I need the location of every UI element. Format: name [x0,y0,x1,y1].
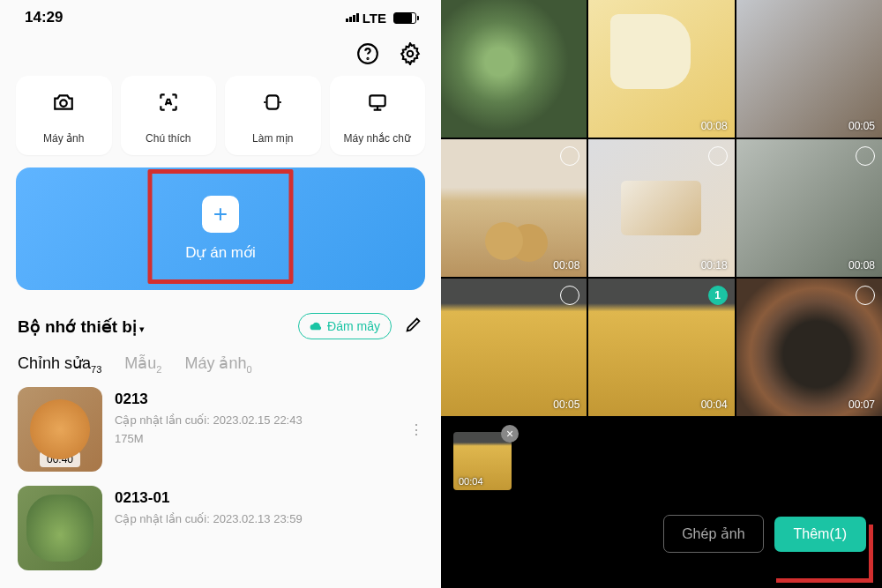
gallery-item[interactable]: 00:08 [588,0,734,138]
cloud-label: Đám mây [327,319,380,333]
select-circle[interactable] [856,146,875,166]
bottom-actions: Ghép ảnh Thêm(1) [441,490,882,569]
gallery-item[interactable]: 00:04 [441,0,587,138]
tab-edit[interactable]: Chỉnh sửa73 [18,354,101,375]
tool-label: Chú thích [146,132,191,145]
tool-smooth[interactable]: Làm mịn [225,76,321,155]
collage-button[interactable]: Ghép ảnh [663,515,763,553]
section-title: Bộ nhớ thiết bị [18,317,137,336]
gallery-item[interactable]: 00:07 [736,279,882,416]
clip-duration: 00:08 [701,120,728,132]
tool-row: Máy ảnh Chú thích Làm mịn Máy nhắc chữ [0,74,441,164]
clip-duration: 00:18 [701,259,728,272]
teleprompter-icon [366,90,389,115]
signal-icon [346,13,359,22]
help-icon[interactable] [355,41,381,67]
project-item[interactable]: 0213-01 Cập nhật lần cuối: 2023.02.13 23… [18,486,423,570]
tab-count: 0 [246,364,251,375]
clip-duration: 00:07 [848,398,875,411]
top-toolbar [0,33,441,74]
status-bar: 14:29 LTE [0,0,441,33]
add-button[interactable]: Thêm(1) [774,517,866,552]
chevron-down-icon: ▾ [139,324,145,334]
cloud-button[interactable]: Đám mây [298,313,392,339]
status-time: 14:29 [25,9,63,26]
gallery-item[interactable]: 00:08 [441,139,587,277]
network-label: LTE [363,11,386,26]
project-size: 175M [115,432,423,445]
gallery-item[interactable]: 00:08 [736,139,882,277]
project-list: 00:40 0213 Cập nhật lần cuối: 2023.02.15… [0,383,441,588]
clip-duration: 00:08 [553,259,579,272]
camera-icon [52,90,75,115]
clip-duration: 00:04 [701,398,728,411]
clip-duration: 00:05 [553,398,579,411]
tabs: Chỉnh sửa73 Mẫu2 Máy ảnh0 [0,341,441,383]
battery-icon [393,12,416,24]
select-circle[interactable] [560,146,579,166]
tab-count: 73 [91,364,101,375]
gallery-grid: 00:04 00:08 00:05 00:08 00:18 00:08 00:0… [441,0,882,416]
tab-camera[interactable]: Máy ảnh0 [184,354,251,375]
select-circle[interactable] [856,286,875,305]
project-thumbnail: 00:40 [18,387,102,472]
more-icon[interactable]: ⋮ [409,421,423,438]
gallery-pane: 00:04 00:08 00:05 00:08 00:18 00:08 00:0… [441,0,882,588]
gallery-item[interactable]: 00:05 [736,0,882,138]
annotation-highlight [148,169,294,284]
clip-duration: 00:04 [553,120,579,132]
svg-rect-5 [370,95,385,106]
project-updated: Cập nhật lần cuối: 2023.02.15 22:43 [115,413,423,427]
svg-point-2 [407,51,414,57]
edit-icon[interactable] [404,315,423,339]
tab-label: Mẫu [124,354,156,372]
select-order: 1 [714,289,721,301]
select-circle[interactable] [560,286,579,305]
settings-icon[interactable] [397,41,423,67]
project-title: 0213-01 [115,489,423,507]
tool-label: Máy nhắc chữ [344,132,411,145]
gallery-item[interactable]: 100:04 [588,279,734,416]
tab-label: Máy ảnh [184,354,246,372]
svg-point-1 [367,58,368,59]
project-thumbnail [18,486,102,570]
svg-rect-4 [267,95,279,108]
clip-duration: 00:08 [848,259,875,272]
annotate-icon [157,90,180,115]
selected-duration: 00:04 [459,476,483,487]
tab-template[interactable]: Mẫu2 [124,354,161,375]
home-pane: 14:29 LTE Máy ảnh Chú thích Làm mịn [0,0,441,588]
section-header: Bộ nhớ thiết bị▾ Đám mây [0,294,441,341]
project-title: 0213 [115,391,423,408]
tool-label: Làm mịn [252,132,293,145]
select-circle[interactable] [708,146,728,166]
tool-annotate[interactable]: Chú thích [121,76,217,155]
project-item[interactable]: 00:40 0213 Cập nhật lần cuối: 2023.02.15… [18,387,423,472]
tool-camera[interactable]: Máy ảnh [16,76,112,155]
select-circle-selected[interactable]: 1 [708,286,728,305]
project-updated: Cập nhật lần cuối: 2023.02.13 23:59 [115,512,423,525]
tab-label: Chỉnh sửa [18,354,91,372]
clip-duration: 00:05 [848,120,875,132]
gallery-item[interactable]: 00:05 [441,279,587,416]
selected-thumbnail: 00:04 [453,432,512,490]
gallery-item[interactable]: 00:18 [588,139,734,277]
section-title-dropdown[interactable]: Bộ nhớ thiết bị▾ [18,316,145,337]
smooth-icon [261,90,284,115]
new-project-button[interactable]: + Dự án mới [16,167,425,290]
project-duration: 00:40 [40,451,80,467]
cloud-icon [310,321,323,332]
tool-label: Máy ảnh [43,132,84,145]
selected-clip[interactable]: 00:04 × [453,432,512,490]
selected-row: 00:04 × [441,416,882,490]
remove-selected-icon[interactable]: × [501,425,519,443]
svg-point-3 [60,100,67,107]
tool-teleprompter[interactable]: Máy nhắc chữ [330,76,426,155]
status-indicators: LTE [346,11,416,26]
tab-count: 2 [156,364,161,375]
